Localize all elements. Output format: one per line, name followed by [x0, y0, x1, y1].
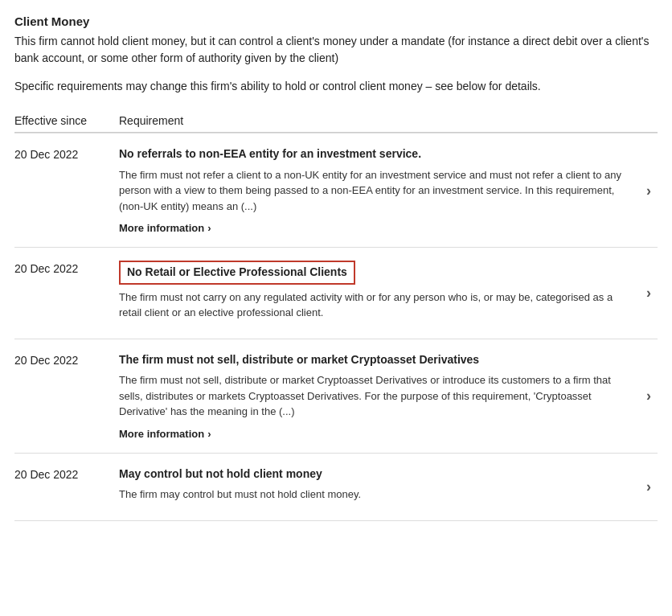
req-description: The firm may control but must not hold c… [119, 487, 633, 503]
requirement-content: May control but not hold client money Th… [119, 466, 658, 507]
req-description: The firm must not sell, distribute or ma… [119, 372, 633, 420]
req-title: The firm must not sell, distribute or ma… [119, 352, 633, 368]
date-cell: 20 Dec 2022 [14, 466, 119, 481]
requirement-content: The firm must not sell, distribute or ma… [119, 352, 658, 440]
requirement-content: No Retail or Elective Professional Clien… [119, 261, 658, 326]
req-title-boxed: No Retail or Elective Professional Clien… [119, 261, 355, 285]
more-info-link[interactable]: More information › [119, 222, 211, 234]
requirement-row[interactable]: 20 Dec 2022 No referrals to non-EEA enti… [14, 133, 658, 248]
more-info-label: More information [119, 222, 204, 234]
row-chevron-icon: › [646, 285, 651, 302]
row-chevron-icon: › [646, 182, 651, 199]
header-effective-since: Effective since [14, 114, 119, 127]
req-description: The firm must not refer a client to a no… [119, 167, 633, 215]
date-cell: 20 Dec 2022 [14, 146, 119, 161]
requirement-row[interactable]: 20 Dec 2022 May control but not hold cli… [14, 454, 658, 521]
header-requirement: Requirement [119, 114, 658, 127]
date-cell: 20 Dec 2022 [14, 261, 119, 275]
more-info-label: More information [119, 428, 204, 440]
req-description: The firm must not carry on any regulated… [119, 290, 633, 321]
more-info-chevron-icon: › [207, 222, 211, 234]
date-cell: 20 Dec 2022 [14, 352, 119, 367]
req-title: May control but not hold client money [119, 466, 633, 483]
page-container: Client Money This firm cannot hold clien… [0, 0, 672, 536]
requirement-row[interactable]: 20 Dec 2022 No Retail or Elective Profes… [14, 248, 658, 339]
row-chevron-icon: › [646, 388, 651, 405]
requirement-content: No referrals to non-EEA entity for an in… [119, 146, 658, 234]
section-title: Client Money [14, 14, 658, 28]
specific-note: Specific requirements may change this fi… [14, 78, 658, 95]
more-info-link[interactable]: More information › [119, 428, 211, 440]
req-title: No referrals to non-EEA entity for an in… [119, 146, 633, 162]
section-description: This firm cannot hold client money, but … [14, 33, 658, 67]
more-info-chevron-icon: › [207, 428, 211, 440]
requirement-row[interactable]: 20 Dec 2022 The firm must not sell, dist… [14, 339, 658, 454]
row-chevron-icon: › [646, 478, 651, 495]
table-header: Effective since Requirement [14, 109, 658, 133]
